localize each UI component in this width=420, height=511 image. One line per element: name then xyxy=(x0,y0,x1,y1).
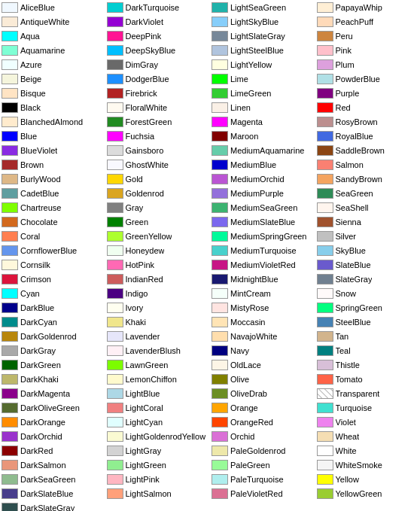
color-swatch xyxy=(2,431,18,442)
color-row: LimeGreen xyxy=(210,86,315,100)
color-row: SeaShell xyxy=(315,200,421,214)
color-row: WhiteSmoke xyxy=(315,458,421,472)
color-swatch xyxy=(212,460,228,470)
color-swatch xyxy=(2,403,18,413)
color-name-label: Silver xyxy=(336,232,357,241)
color-swatch xyxy=(107,446,123,456)
color-swatch xyxy=(212,388,228,399)
color-swatch xyxy=(2,274,18,284)
color-swatch xyxy=(107,188,123,199)
color-swatch xyxy=(317,288,333,299)
color-swatch xyxy=(317,2,333,13)
color-row: MediumPurple xyxy=(210,186,315,200)
color-swatch xyxy=(212,431,228,442)
color-swatch xyxy=(107,245,123,256)
color-row: DarkKhaki xyxy=(0,372,105,386)
color-swatch xyxy=(212,217,228,227)
color-row: PeachPuff xyxy=(315,14,421,29)
color-row: FloralWhite xyxy=(105,100,211,114)
color-swatch xyxy=(212,331,228,342)
color-name-label: Blue xyxy=(20,132,37,141)
color-name-label: MidnightBlue xyxy=(230,275,278,284)
color-swatch xyxy=(317,446,333,456)
color-swatch xyxy=(2,417,18,427)
color-swatch xyxy=(2,145,18,156)
color-name-label: Sienna xyxy=(336,217,361,227)
color-name-label: PaleGreen xyxy=(230,461,270,470)
color-swatch xyxy=(317,431,333,442)
color-row: Linen xyxy=(210,100,315,114)
color-name-label: Thistle xyxy=(336,360,360,370)
color-row: IndianRed xyxy=(105,272,211,286)
color-swatch xyxy=(212,345,228,356)
color-name-label: DarkBlue xyxy=(20,303,54,312)
color-name-label: CadetBlue xyxy=(20,189,59,198)
color-swatch xyxy=(212,17,228,27)
color-name-label: DodgerBlue xyxy=(126,75,169,84)
color-swatch xyxy=(2,474,18,485)
color-row: DarkMagenta xyxy=(0,386,105,400)
color-row: OliveDrab xyxy=(210,386,315,400)
color-name-label: Salmon xyxy=(336,160,364,169)
color-swatch xyxy=(2,360,18,370)
color-name-label: Fuchsia xyxy=(126,132,155,141)
color-name-label: Bisque xyxy=(20,89,46,98)
color-name-label: Linen xyxy=(230,103,251,112)
color-row: CadetBlue xyxy=(0,186,105,200)
color-name-label: Goldenrod xyxy=(126,189,164,198)
color-name-label: Crimson xyxy=(20,275,51,284)
color-name-label: LightGray xyxy=(126,446,162,455)
color-swatch xyxy=(212,245,228,256)
color-swatch xyxy=(2,460,18,470)
color-name-label: Orchid xyxy=(230,432,254,441)
color-swatch xyxy=(2,202,18,213)
color-name-label: Black xyxy=(20,103,41,112)
color-name-label: AliceBlue xyxy=(20,3,55,12)
color-swatch xyxy=(317,260,333,270)
color-swatch xyxy=(212,160,228,170)
color-name-label: Plum xyxy=(336,60,355,69)
color-name-label: PowderBlue xyxy=(336,75,380,84)
color-swatch xyxy=(212,31,228,41)
color-row: Firebrick xyxy=(105,86,211,100)
color-swatch xyxy=(2,374,18,385)
color-name-label: SlateGray xyxy=(336,275,373,284)
color-name-label: Brown xyxy=(20,160,44,169)
color-name-label: Green xyxy=(126,217,149,227)
color-name-label: LightSalmon xyxy=(126,489,172,498)
color-name-label: LightCoral xyxy=(126,403,163,412)
color-name-label: Aquamarine xyxy=(20,46,65,55)
color-row: Honeydew xyxy=(105,243,211,257)
color-swatch xyxy=(212,188,228,199)
color-swatch xyxy=(107,174,123,184)
color-swatch xyxy=(212,231,228,242)
color-row: PowderBlue xyxy=(315,71,421,86)
color-swatch xyxy=(317,217,333,227)
color-row: Fuchsia xyxy=(105,129,211,143)
color-row: Navy xyxy=(210,343,315,357)
color-name-label: DarkKhaki xyxy=(20,375,59,384)
color-name-label: DarkOrange xyxy=(20,418,65,427)
color-row: SteelBlue xyxy=(315,315,421,329)
color-swatch xyxy=(2,388,18,399)
color-name-label: NavajoWhite xyxy=(230,332,277,341)
color-row: PaleGreen xyxy=(210,458,315,472)
color-swatch xyxy=(107,274,123,284)
color-name-label: PaleGoldenrod xyxy=(230,446,285,455)
color-name-label: SeaGreen xyxy=(336,189,373,198)
color-row: PaleGoldenrod xyxy=(210,443,315,458)
color-swatch xyxy=(317,360,333,370)
color-name-label: Wheat xyxy=(336,432,360,441)
color-row: DarkViolet xyxy=(105,14,211,29)
color-row: MediumTurquoise xyxy=(210,243,315,257)
color-name-label: MediumVioletRed xyxy=(230,260,296,269)
color-name-label: DarkMagenta xyxy=(20,389,70,398)
color-name-label: SaddleBrown xyxy=(336,146,385,155)
color-name-label: LightSeaGreen xyxy=(230,3,286,12)
color-name-label: GreenYellow xyxy=(126,232,172,241)
color-name-label: Lime xyxy=(230,75,248,84)
color-swatch xyxy=(212,102,228,113)
color-swatch xyxy=(2,331,18,342)
color-row: Chartreuse xyxy=(0,200,105,214)
color-name-label: DarkSlateBlue xyxy=(20,489,73,498)
